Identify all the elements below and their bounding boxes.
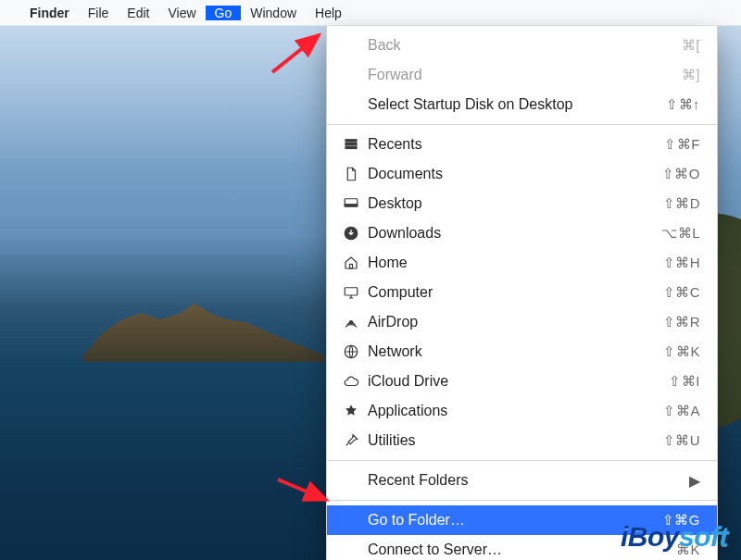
menu-item-airdrop[interactable]: AirDrop⇧⌘R — [327, 307, 717, 337]
menu-item-label: Go to Folder… — [362, 512, 662, 529]
menu-item-back: Back⌘[ — [327, 31, 717, 60]
svg-rect-6 — [350, 265, 353, 269]
submenu-arrow-icon: ▶ — [689, 472, 700, 490]
menu-item-shortcut: ⌘[ — [682, 37, 700, 54]
menubar-app-name[interactable]: Finder — [20, 0, 79, 26]
menu-item-label: Downloads — [362, 225, 661, 242]
menubar-item-edit[interactable]: Edit — [118, 6, 158, 20]
recents-icon — [340, 136, 362, 153]
svg-rect-0 — [345, 140, 357, 142]
menu-item-home[interactable]: Home⇧⌘H — [327, 248, 717, 278]
home-icon — [340, 255, 362, 271]
menu-item-label: AirDrop — [362, 314, 663, 330]
menu-item-label: Recents — [362, 136, 664, 153]
menubar-item-go[interactable]: Go — [206, 6, 242, 20]
watermark-logo: iBoysoft — [621, 521, 728, 553]
annotation-arrow-bottom — [274, 474, 339, 515]
svg-rect-2 — [345, 146, 357, 148]
menu-item-desktop[interactable]: Desktop⇧⌘D — [327, 189, 717, 218]
svg-line-10 — [272, 35, 319, 72]
downloads-icon — [340, 225, 362, 242]
svg-rect-7 — [345, 288, 358, 295]
menu-item-label: iCloud Drive — [362, 373, 669, 390]
menu-item-label: Computer — [362, 284, 663, 301]
svg-rect-1 — [345, 143, 357, 145]
menu-item-label: Forward — [362, 67, 682, 83]
computer-icon — [340, 284, 362, 301]
menu-item-icloud-drive[interactable]: iCloud Drive⇧⌘I — [327, 367, 717, 396]
menu-item-label: Home — [362, 255, 663, 271]
menu-item-label: Back — [362, 37, 682, 54]
menubar-item-view[interactable]: View — [158, 6, 205, 20]
menu-item-label: Select Startup Disk on Desktop — [362, 96, 666, 113]
menu-item-shortcut: ⇧⌘D — [663, 195, 700, 212]
menu-item-downloads[interactable]: Downloads⌥⌘L — [327, 218, 717, 248]
menu-item-shortcut: ⇧⌘I — [669, 373, 700, 390]
menu-item-label: Desktop — [362, 195, 663, 212]
menu-item-computer[interactable]: Computer⇧⌘C — [327, 278, 717, 307]
desktop-icon — [340, 195, 362, 212]
menu-item-shortcut: ⇧⌘R — [663, 314, 700, 330]
desktop-island-decor — [83, 297, 324, 362]
menubar-item-window[interactable]: Window — [241, 6, 306, 20]
utilities-icon — [340, 432, 362, 449]
menu-item-shortcut: ⇧⌘↑ — [666, 96, 700, 113]
menu-item-label: Applications — [362, 403, 663, 419]
menu-item-label: Recent Folders — [362, 472, 689, 489]
menu-item-forward: Forward⌘] — [327, 60, 717, 90]
menu-item-shortcut: ⇧⌘F — [664, 136, 700, 153]
menu-item-shortcut: ⇧⌘A — [663, 403, 700, 419]
menu-item-shortcut: ⌘] — [682, 67, 700, 83]
menu-item-shortcut: ⇧⌘C — [663, 284, 700, 301]
menu-item-utilities[interactable]: Utilities⇧⌘U — [327, 426, 717, 455]
menu-item-shortcut: ⇧⌘H — [663, 255, 700, 271]
menu-separator — [327, 124, 717, 125]
menu-item-shortcut: ⇧⌘K — [663, 343, 700, 360]
menu-item-shortcut: ⇧⌘U — [663, 432, 700, 449]
menu-item-recent-folders[interactable]: Recent Folders▶ — [327, 466, 717, 495]
svg-line-11 — [278, 479, 326, 500]
menu-item-select-startup-disk-on-desktop[interactable]: Select Startup Disk on Desktop⇧⌘↑ — [327, 90, 717, 119]
menu-separator — [327, 500, 717, 501]
menubar-item-help[interactable]: Help — [306, 6, 351, 20]
menubar-item-file[interactable]: File — [79, 6, 119, 20]
svg-rect-4 — [345, 205, 358, 206]
annotation-arrow-top — [269, 31, 333, 81]
airdrop-icon — [340, 314, 362, 330]
network-icon — [340, 343, 362, 360]
menu-item-network[interactable]: Network⇧⌘K — [327, 337, 717, 367]
documents-icon — [340, 166, 362, 182]
menu-item-shortcut: ⌥⌘L — [661, 225, 700, 242]
menu-item-documents[interactable]: Documents⇧⌘O — [327, 159, 717, 189]
go-menu-dropdown: Back⌘[Forward⌘]Select Startup Disk on De… — [326, 26, 718, 560]
menu-item-label: Network — [362, 343, 663, 360]
icloud-icon — [340, 373, 362, 390]
applications-icon — [340, 403, 362, 419]
menu-item-shortcut: ⇧⌘O — [662, 166, 700, 182]
menu-item-label: Documents — [362, 166, 662, 182]
menu-separator — [327, 460, 717, 461]
menu-item-label: Utilities — [362, 432, 663, 449]
menubar: Finder FileEditViewGoWindowHelp — [0, 0, 741, 26]
menu-item-recents[interactable]: Recents⇧⌘F — [327, 130, 717, 159]
menu-item-applications[interactable]: Applications⇧⌘A — [327, 396, 717, 426]
